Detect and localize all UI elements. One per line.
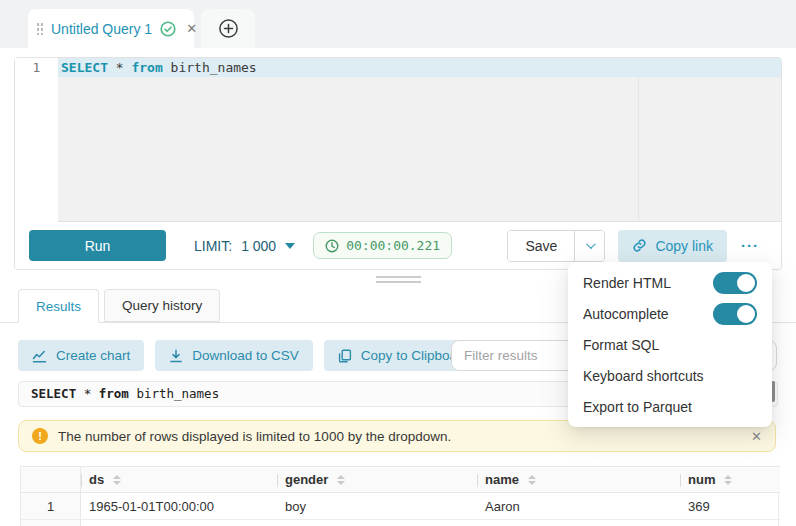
cell-ds: 1965-01-01T00:00:00: [81, 493, 277, 520]
menu-item-render-html[interactable]: Render HTML: [568, 267, 772, 298]
row-index: 1: [21, 493, 81, 520]
print-margin-line: [638, 77, 639, 222]
limit-label: LIMIT:: [194, 238, 232, 254]
check-circle-icon: [160, 21, 176, 37]
limit-value: 1 000: [241, 238, 276, 254]
save-options-button[interactable]: [574, 231, 604, 261]
download-csv-label: Download to CSV: [192, 348, 299, 363]
chevron-down-icon: [586, 239, 596, 249]
run-button[interactable]: Run: [29, 230, 166, 261]
sql-keyword: from: [99, 386, 129, 401]
clock-icon: [325, 239, 339, 253]
sort-icon[interactable]: [337, 475, 345, 485]
sql-keyword: SELECT: [61, 60, 108, 75]
results-table: ds gender name num 1 1965-01-01T00:00:00…: [20, 466, 779, 526]
query-tab-title: Untitled Query 1: [51, 21, 152, 37]
new-tab-button[interactable]: [201, 9, 255, 48]
copy-link-button[interactable]: Copy link: [618, 230, 727, 262]
panel-resize-handle[interactable]: [376, 276, 421, 286]
menu-item-export-parquet[interactable]: Export to Parquet: [568, 391, 772, 422]
create-chart-label: Create chart: [56, 348, 130, 363]
caret-down-icon: [285, 243, 295, 249]
sql-editor-panel: 1 SELECT * from birth_names Run LIMIT:1 …: [14, 57, 782, 270]
timer-value: 00:00:00.221: [346, 238, 440, 253]
sql-keyword: from: [131, 60, 162, 75]
sql-code-editor[interactable]: 1 SELECT * from birth_names: [15, 58, 781, 222]
code-line: SELECT * from birth_names: [58, 58, 781, 77]
warning-text: The number of rows displayed is limited …: [58, 429, 451, 444]
more-menu-button[interactable]: ···: [741, 237, 759, 254]
table-row-partial: [21, 520, 778, 526]
cell-name: Aaron: [477, 493, 680, 520]
warning-icon: !: [32, 428, 48, 444]
editor-body[interactable]: SELECT * from birth_names: [58, 58, 781, 222]
save-button[interactable]: Save: [508, 231, 574, 261]
menu-item-autocomplete[interactable]: Autocomplete: [568, 298, 772, 329]
column-header-ds[interactable]: ds: [81, 466, 277, 493]
results-tabs: Results Query history: [18, 289, 220, 323]
column-header-gender[interactable]: gender: [277, 466, 477, 493]
sort-icon[interactable]: [528, 475, 536, 485]
tab-close-icon[interactable]: ✕: [186, 21, 197, 36]
download-icon: [169, 349, 183, 363]
line-number: 1: [15, 58, 58, 77]
plus-circle-icon: [218, 18, 239, 39]
more-options-menu: Render HTML Autocomplete Format SQL Keyb…: [568, 262, 772, 427]
tab-query-history[interactable]: Query history: [104, 289, 220, 322]
sql-lab-screen: Untitled Query 1 ✕ 1 SELECT * from birth…: [0, 0, 796, 526]
column-header-num[interactable]: num: [680, 466, 780, 493]
index-column-header: [21, 466, 81, 493]
sort-icon[interactable]: [724, 475, 732, 485]
copy-link-label: Copy link: [655, 238, 713, 254]
chart-icon: [32, 349, 47, 363]
link-icon: [632, 238, 647, 253]
tab-results[interactable]: Results: [18, 289, 99, 323]
create-chart-button[interactable]: Create chart: [18, 340, 144, 371]
column-header-name[interactable]: name: [477, 466, 680, 493]
save-split-button: Save: [507, 230, 605, 262]
banner-close-icon[interactable]: ✕: [751, 429, 762, 444]
sort-icon[interactable]: [113, 475, 121, 485]
editor-gutter: 1: [15, 58, 58, 222]
tab-untitled-query[interactable]: Untitled Query 1 ✕: [28, 9, 194, 48]
render-html-toggle[interactable]: [713, 272, 757, 294]
cell-num: 369: [680, 493, 780, 520]
autocomplete-toggle[interactable]: [713, 303, 757, 325]
table-row: 1 1965-01-01T00:00:00 boy Aaron 369: [21, 493, 778, 520]
menu-item-keyboard-shortcuts[interactable]: Keyboard shortcuts: [568, 360, 772, 391]
query-timer-badge: 00:00:00.221: [313, 232, 452, 259]
table-header-row: ds gender name num: [21, 466, 778, 493]
drag-handle-icon[interactable]: [36, 22, 43, 35]
sql-keyword: SELECT: [31, 386, 76, 401]
limit-dropdown[interactable]: LIMIT:1 000: [194, 238, 295, 254]
copy-icon: [338, 349, 352, 363]
sql-star: *: [116, 60, 124, 75]
sql-identifier: birth_names: [171, 60, 257, 75]
query-tabbar: Untitled Query 1 ✕: [0, 0, 796, 48]
menu-item-format-sql[interactable]: Format SQL: [568, 329, 772, 360]
results-actions: Create chart Download to CSV Copy to Cli…: [18, 340, 483, 371]
sql-identifier: birth_names: [136, 386, 219, 401]
cell-gender: boy: [277, 493, 477, 520]
download-csv-button[interactable]: Download to CSV: [155, 340, 313, 371]
